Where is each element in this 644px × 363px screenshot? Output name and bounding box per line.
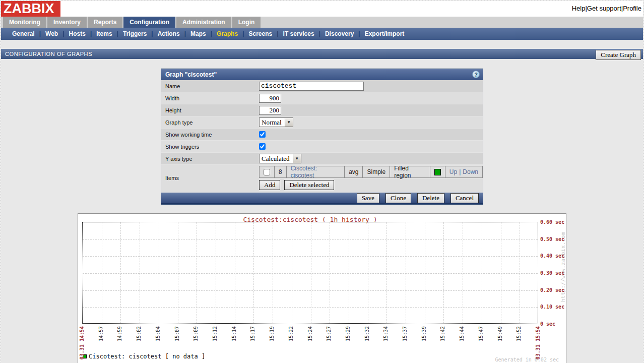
- clone-button[interactable]: Clone: [385, 193, 411, 203]
- y-axis-tick-label: 0.50 sec: [540, 236, 564, 242]
- height-label: Height: [161, 107, 259, 113]
- create-graph-button[interactable]: Create Graph: [596, 50, 641, 60]
- graph-type-select[interactable]: Normal ▼: [259, 117, 293, 127]
- x-axis-tick-label: 15:27: [326, 326, 332, 341]
- x-axis-tick-label: 15:29: [345, 326, 351, 341]
- grid-line-vertical: [501, 222, 501, 323]
- submenu-item[interactable]: Graphs: [216, 30, 239, 37]
- help-icon[interactable]: ?: [472, 71, 480, 78]
- item-name-link[interactable]: Ciscotest: ciscotest: [286, 166, 345, 178]
- submenu-item[interactable]: Triggers: [122, 30, 148, 37]
- show-working-time-checkbox[interactable]: [259, 131, 266, 138]
- delete-button[interactable]: Delete: [417, 193, 444, 203]
- main-menu-tab[interactable]: Inventory: [47, 17, 87, 28]
- delete-selected-button[interactable]: Delete selected: [284, 180, 334, 190]
- graph-type-value: Normal: [260, 118, 285, 127]
- item-draw-style: Filled region: [390, 166, 430, 178]
- cancel-button[interactable]: Cancel: [450, 193, 479, 203]
- zabbix-logo: ZABBIX: [1, 1, 60, 17]
- submenu-separator: |: [315, 30, 324, 37]
- y-axis-tick-label: 0.10 sec: [540, 304, 564, 310]
- grid-line-horizontal: [83, 273, 538, 274]
- form-footer: Save Clone Delete Cancel: [161, 193, 483, 204]
- grid-line-vertical: [235, 222, 235, 323]
- y-axis-type-select[interactable]: Calculated ▼: [259, 154, 301, 163]
- y-axis-type-label: Y axis type: [161, 156, 259, 162]
- x-axis-tick-label: 15:07: [174, 326, 180, 341]
- grid-line-horizontal: [83, 307, 538, 308]
- x-axis-tick-label: 15:39: [421, 326, 427, 341]
- main-menu-tab[interactable]: Monitoring: [3, 17, 46, 28]
- grid-line-vertical: [425, 222, 425, 323]
- x-axis-tick-label: 15:24: [307, 326, 313, 341]
- width-input[interactable]: [259, 94, 281, 103]
- grid-line-vertical: [292, 222, 292, 323]
- name-input[interactable]: [259, 82, 364, 91]
- submenu-separator: |: [87, 30, 95, 37]
- submenu-separator: |: [148, 30, 156, 37]
- main-menu-tab[interactable]: Configuration: [123, 17, 175, 28]
- grid-line-vertical: [253, 222, 254, 323]
- top-link[interactable]: Help: [572, 5, 586, 12]
- updown-separator: |: [457, 168, 463, 175]
- grid-line-horizontal: [83, 290, 538, 291]
- form-row-graph-type: Graph type Normal ▼: [161, 116, 483, 129]
- submenu-item[interactable]: Export/Import: [364, 30, 406, 37]
- submenu-item[interactable]: Hosts: [68, 30, 87, 37]
- item-checkbox[interactable]: [264, 169, 270, 175]
- y-axis-type-value: Calculated: [260, 155, 293, 163]
- height-input[interactable]: [259, 106, 281, 115]
- item-color-swatch[interactable]: [434, 169, 441, 175]
- submenu-item[interactable]: Actions: [157, 30, 181, 37]
- add-item-button[interactable]: Add: [259, 180, 280, 190]
- width-label: Width: [161, 95, 259, 101]
- name-label: Name: [161, 83, 259, 89]
- y-axis-tick-label: 0.40 sec: [540, 253, 564, 259]
- submenu-item[interactable]: Screens: [247, 30, 273, 37]
- top-link[interactable]: Profile: [623, 5, 641, 12]
- grid-line-vertical: [463, 222, 463, 323]
- show-triggers-checkbox[interactable]: [259, 143, 266, 150]
- top-bar: ZABBIX Help|Get support|Profile: [1, 1, 643, 17]
- item-up-link[interactable]: Up: [449, 168, 457, 175]
- item-order: 8: [274, 166, 287, 178]
- submenu-item[interactable]: IT services: [282, 30, 315, 37]
- submenu-item[interactable]: Maps: [189, 30, 207, 37]
- x-axis-tick-label: 15:32: [364, 326, 370, 341]
- form-row-items: Items 8 Ciscotest: ciscotest avg Simple …: [161, 165, 483, 193]
- save-button[interactable]: Save: [357, 193, 379, 203]
- item-updown-cell: Up | Down: [445, 166, 483, 178]
- item-down-link[interactable]: Down: [463, 168, 478, 175]
- x-axis-tick-label: 15:22: [288, 326, 294, 341]
- submenu-item[interactable]: Web: [44, 30, 59, 37]
- x-axis-tick-label: 15:04: [155, 326, 161, 341]
- submenu-item[interactable]: General: [11, 30, 36, 37]
- submenu-separator: |: [355, 30, 363, 37]
- graph-form: Graph "ciscotest" ? Name Width Height Gr…: [161, 69, 483, 205]
- y-axis-tick-label: 0 sec: [540, 321, 555, 327]
- item-function: avg: [344, 166, 363, 178]
- x-axis-tick-label: 15:47: [478, 326, 484, 341]
- grid-line-vertical: [120, 222, 121, 323]
- submenu-separator: |: [273, 30, 282, 37]
- main-menu-tab[interactable]: Login: [232, 17, 261, 28]
- form-row-show-triggers: Show triggers: [161, 141, 483, 153]
- main-menu-tab[interactable]: Administration: [176, 17, 231, 28]
- x-axis-tick-label: 15:02: [136, 326, 142, 341]
- submenu-item[interactable]: Discovery: [324, 30, 355, 37]
- chevron-down-icon: ▼: [285, 118, 293, 127]
- form-header: Graph "ciscotest" ?: [161, 69, 483, 80]
- item-color-cell: [430, 166, 445, 178]
- main-menu-tab[interactable]: Reports: [88, 17, 122, 28]
- top-link[interactable]: Get support: [587, 5, 621, 12]
- legend-label: Ciscotest: ciscotest [ no data ]: [89, 353, 205, 360]
- x-axis-tick-label: 15:34: [383, 326, 389, 341]
- item-table-row: 8 Ciscotest: ciscotest avg Simple Filled…: [259, 166, 483, 178]
- x-axis-tick-label: 14:57: [98, 326, 104, 341]
- grid-line-vertical: [520, 222, 520, 323]
- submenu-separator: |: [239, 30, 247, 37]
- chevron-down-icon: ▼: [293, 154, 301, 163]
- submenu-item[interactable]: Items: [95, 30, 113, 37]
- sub-menu: General|Web|Hosts|Items|Triggers|Actions…: [1, 28, 643, 40]
- x-axis-tick-label: 03.31 14:54: [79, 326, 85, 359]
